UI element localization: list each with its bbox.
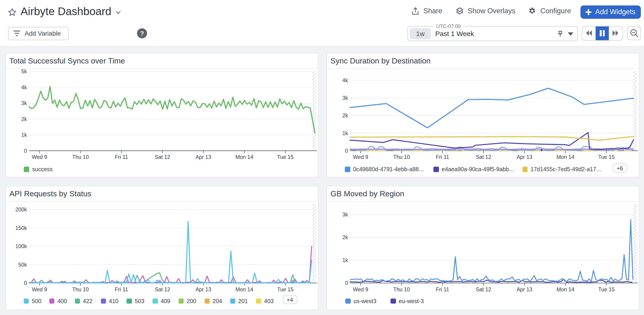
svg-text:Mon 14: Mon 14 <box>236 154 253 160</box>
svg-text:2k: 2k <box>342 113 348 119</box>
svg-text:Thu 10: Thu 10 <box>72 287 89 293</box>
svg-text:Fri 11: Fri 11 <box>436 287 449 293</box>
svg-text:50k: 50k <box>18 262 27 268</box>
svg-text:4k: 4k <box>342 78 348 83</box>
svg-text:Fri 11: Fri 11 <box>115 287 128 293</box>
svg-text:100k: 100k <box>15 243 27 249</box>
svg-text:Mon 14: Mon 14 <box>556 154 574 160</box>
svg-text:Thu 10: Thu 10 <box>393 287 410 293</box>
svg-text:Fri 11: Fri 11 <box>436 154 449 160</box>
svg-text:200k: 200k <box>15 207 27 213</box>
svg-text:Wed 9: Wed 9 <box>32 287 47 293</box>
svg-text:5k: 5k <box>21 69 27 75</box>
svg-text:Thu 10: Thu 10 <box>72 154 89 160</box>
svg-text:Apr 13: Apr 13 <box>196 154 211 160</box>
svg-text:0: 0 <box>24 148 27 154</box>
svg-text:Tue 15: Tue 15 <box>277 287 294 293</box>
svg-text:Wed 9: Wed 9 <box>353 287 368 293</box>
svg-text:0: 0 <box>24 280 27 286</box>
svg-text:Sat 12: Sat 12 <box>154 287 170 293</box>
svg-text:Wed 9: Wed 9 <box>32 154 47 160</box>
svg-text:Mon 14: Mon 14 <box>236 287 253 293</box>
svg-text:Thu 10: Thu 10 <box>393 154 410 160</box>
svg-text:150k: 150k <box>15 225 27 231</box>
svg-text:Sat 12: Sat 12 <box>154 154 170 160</box>
svg-text:Tue 15: Tue 15 <box>598 287 614 293</box>
svg-text:1k: 1k <box>342 257 348 263</box>
svg-text:1k: 1k <box>21 132 27 138</box>
svg-text:Fri 11: Fri 11 <box>115 154 128 160</box>
svg-text:Mon 14: Mon 14 <box>556 287 574 293</box>
svg-text:Tue 15: Tue 15 <box>598 154 614 160</box>
svg-text:2k: 2k <box>342 234 348 240</box>
svg-text:Sat 12: Sat 12 <box>476 154 491 160</box>
svg-text:1k: 1k <box>342 130 348 136</box>
svg-text:Wed 9: Wed 9 <box>353 154 368 160</box>
svg-text:Apr 13: Apr 13 <box>516 287 532 293</box>
svg-text:0: 0 <box>345 148 348 154</box>
svg-text:2k: 2k <box>21 116 27 122</box>
svg-text:Apr 13: Apr 13 <box>196 287 211 293</box>
svg-text:Tue 15: Tue 15 <box>277 154 294 160</box>
svg-text:Sat 12: Sat 12 <box>476 287 491 293</box>
svg-text:3k: 3k <box>21 100 27 106</box>
svg-text:0: 0 <box>345 280 348 286</box>
svg-text:3k: 3k <box>342 212 348 218</box>
svg-text:4k: 4k <box>21 84 27 90</box>
svg-text:Apr 13: Apr 13 <box>516 154 532 160</box>
svg-text:3k: 3k <box>342 95 348 101</box>
